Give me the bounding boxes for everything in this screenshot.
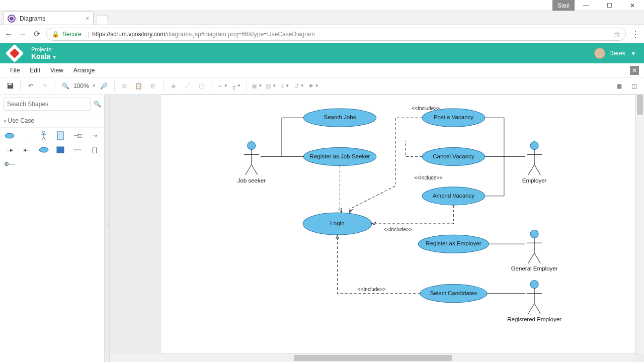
browser-tab[interactable]: Diagrams × <box>3 12 94 25</box>
url-host: https://scrum.vpository.com <box>92 31 165 38</box>
category-header[interactable]: Use Case <box>0 114 104 128</box>
include-arrow[interactable] <box>372 205 454 224</box>
menu-arrange[interactable]: Arrange <box>68 65 100 76</box>
menu-view[interactable]: View <box>45 65 68 76</box>
shape-ellipse-icon[interactable] <box>37 145 50 155</box>
include-arrow[interactable] <box>340 166 342 213</box>
shadow-icon[interactable]: ▢ <box>196 80 208 92</box>
include-arrow[interactable] <box>350 118 423 213</box>
usecase-post-vacancy[interactable]: Post a Vacancy <box>422 109 485 127</box>
app-logo-icon[interactable] <box>6 44 24 63</box>
forward-button[interactable]: → <box>18 30 27 39</box>
zoom-out-icon[interactable]: 🔍 <box>59 80 71 92</box>
usecase-login[interactable]: Login <box>303 213 372 235</box>
copy-icon[interactable]: ⧉ <box>119 80 131 92</box>
usecase-search-jobs[interactable]: Search Jobs <box>303 109 376 127</box>
close-panel-button[interactable]: ✕ <box>630 66 639 75</box>
line-style-icon[interactable]: ┌▼ <box>230 80 243 92</box>
bring-front-icon[interactable]: ▣▼ <box>251 80 263 92</box>
actor-general-employer[interactable]: General Employer <box>511 230 558 272</box>
association[interactable] <box>282 118 303 156</box>
search-icon[interactable]: 🔍 <box>94 101 101 108</box>
shape-constraint-icon[interactable]: { } <box>88 145 101 155</box>
stroke-icon[interactable]: ／ <box>182 80 194 92</box>
actor-registered-employer[interactable]: Registered Employer <box>507 281 561 322</box>
back-button[interactable]: ← <box>4 30 13 39</box>
usecase-register-job-seeker[interactable]: Register as Job Seeker <box>303 147 376 165</box>
paste-icon[interactable]: 📋 <box>133 80 145 92</box>
svg-line-5 <box>44 137 46 140</box>
shape-extend-icon[interactable]: ⇢ <box>88 131 101 141</box>
search-shapes-input[interactable] <box>3 98 91 111</box>
menu-edit[interactable]: Edit <box>25 65 45 76</box>
svg-line-18 <box>528 165 534 175</box>
reload-button[interactable]: ⟳ <box>32 29 41 39</box>
shape-dash-icon[interactable]: ┄┄ <box>71 145 84 155</box>
save-icon[interactable] <box>4 80 16 92</box>
svg-text:Search Jobs: Search Jobs <box>324 114 356 120</box>
toolbar: ↶ ↷ 🔍 100%▼ 🔎 ⧉ 📋 🗑 ◆ ／ ▢ →▼ ┌▼ ▣▼ ▤▼ ≡▼… <box>0 77 644 95</box>
shape-arrow-icon[interactable]: --▸ <box>3 145 16 155</box>
secure-label: Secure <box>62 31 82 38</box>
undo-icon[interactable]: ↶ <box>25 80 37 92</box>
fill-icon[interactable]: ◆ <box>168 80 180 92</box>
browser-menu-icon[interactable]: ⋮ <box>631 29 640 40</box>
tab-close-icon[interactable]: × <box>86 15 89 22</box>
usecase-amend-vacancy[interactable]: Amend Vacancy <box>422 187 485 205</box>
panel-resize-handle[interactable] <box>105 95 110 362</box>
chevron-down-icon: ▼ <box>631 51 636 56</box>
horizontal-scrollbar[interactable] <box>110 354 636 362</box>
layout-grid-icon[interactable]: ▦ <box>613 80 625 92</box>
svg-text:General Employer: General Employer <box>511 265 558 272</box>
maximize-button[interactable]: ☐ <box>598 0 621 11</box>
chevron-down-icon: ▼ <box>52 54 57 60</box>
shape-note-icon[interactable] <box>54 145 67 155</box>
shape-rect-icon[interactable] <box>54 131 67 141</box>
send-back-icon[interactable]: ▤▼ <box>265 80 277 92</box>
minimize-button[interactable]: — <box>575 0 598 11</box>
menu-file[interactable]: File <box>5 65 25 76</box>
distribute-icon[interactable]: ⇵▼ <box>293 80 305 92</box>
bookmark-star-icon[interactable]: ☆ <box>614 30 620 39</box>
svg-line-19 <box>534 165 540 175</box>
diagram-canvas[interactable]: Job seeker Employer General Employer Reg… <box>160 95 636 354</box>
shape-line-icon[interactable]: — <box>20 131 33 141</box>
actor-job-seeker[interactable]: Job seeker <box>237 141 266 183</box>
shape-boundary-icon[interactable]: ⊣□ <box>71 131 84 141</box>
address-bar[interactable]: 🔒 Secure | https://scrum.vpository.com/d… <box>46 28 626 41</box>
close-window-button[interactable]: ✕ <box>621 0 644 11</box>
add-icon[interactable]: ＋▼ <box>307 80 319 92</box>
shape-open-arrow-icon[interactable]: ◂-- <box>20 145 33 155</box>
usecase-register-employer[interactable]: Register as Employer <box>418 235 489 253</box>
zoom-level[interactable]: 100% <box>73 82 89 89</box>
shape-port-icon[interactable]: ⊕— <box>3 159 16 169</box>
delete-icon[interactable]: 🗑 <box>147 80 159 92</box>
svg-rect-6 <box>57 132 63 140</box>
shape-usecase-icon[interactable] <box>3 131 16 141</box>
svg-text:Job seeker: Job seeker <box>237 177 266 184</box>
include-arrow[interactable] <box>337 235 420 293</box>
svg-line-4 <box>42 137 44 140</box>
user-menu[interactable]: Derek ▼ <box>594 48 636 59</box>
redo-icon[interactable]: ↷ <box>39 80 51 92</box>
actor-employer[interactable]: Employer <box>522 141 547 183</box>
shape-palette: — ⊣□ ⇢ --▸ ◂-- ┄┄ { } ⊕— <box>0 128 104 172</box>
new-tab-button[interactable] <box>97 16 108 25</box>
tab-title: Diagrams <box>20 15 45 22</box>
svg-rect-8 <box>57 147 64 153</box>
usecase-cancel-vacancy[interactable]: Cancel Vacancy <box>422 147 485 165</box>
vertical-scrollbar[interactable] <box>636 95 644 354</box>
svg-text:Select Candidates: Select Candidates <box>430 290 477 296</box>
include-arrow[interactable] <box>406 140 422 156</box>
app-header: Projects: Koala▼ Derek ▼ <box>0 43 644 63</box>
project-switcher[interactable]: Projects: Koala▼ <box>31 46 57 60</box>
shape-actor-icon[interactable] <box>37 131 50 141</box>
align-icon[interactable]: ≡▼ <box>279 80 291 92</box>
arrow-style-icon[interactable]: →▼ <box>216 80 228 92</box>
layout-split-icon[interactable]: ◫ <box>628 80 640 92</box>
svg-text:Login: Login <box>330 220 344 226</box>
svg-text:Post a Vacancy: Post a Vacancy <box>434 114 473 120</box>
zoom-in-icon[interactable]: 🔎 <box>98 80 110 92</box>
include-label: <<Include>> <box>384 227 412 232</box>
usecase-select-candidates[interactable]: Select Candidates <box>420 285 487 303</box>
